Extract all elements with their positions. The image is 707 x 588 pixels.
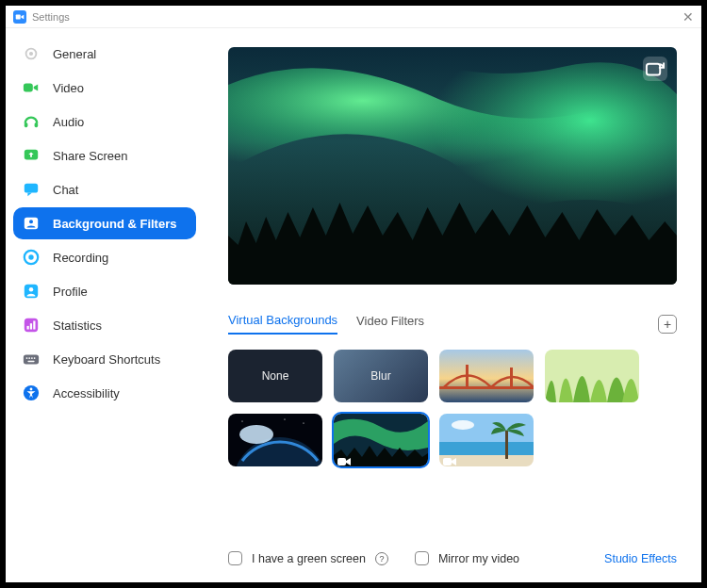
- headphones-icon: [23, 113, 40, 130]
- video-preview: [228, 47, 677, 285]
- svg-point-22: [34, 357, 36, 359]
- sidebar-item-statistics[interactable]: Statistics: [13, 309, 196, 341]
- svg-point-21: [31, 357, 33, 359]
- svg-rect-30: [466, 365, 469, 389]
- svg-point-9: [29, 220, 33, 223]
- svg-rect-17: [33, 321, 35, 330]
- svg-rect-7: [25, 184, 38, 193]
- rotate-camera-button[interactable]: [643, 57, 667, 81]
- video-badge-icon: [443, 453, 456, 463]
- sidebar-item-label: Audio: [53, 115, 84, 129]
- svg-rect-41: [439, 414, 534, 442]
- svg-rect-5: [35, 122, 39, 127]
- video-badge-icon: [337, 453, 351, 463]
- statistics-icon: [23, 317, 40, 334]
- svg-point-36: [303, 422, 304, 423]
- green-screen-label: I have a green screen: [252, 552, 366, 565]
- svg-rect-44: [505, 431, 508, 459]
- svg-rect-15: [27, 326, 29, 330]
- sidebar-item-label: Recording: [53, 251, 108, 265]
- mirror-video-label: Mirror my video: [438, 552, 519, 565]
- background-option-blur[interactable]: Blur: [334, 350, 428, 402]
- svg-point-38: [284, 418, 285, 419]
- svg-rect-40: [337, 458, 346, 466]
- sidebar-item-video[interactable]: Video: [13, 72, 196, 104]
- background-icon: [23, 215, 40, 232]
- sidebar-item-label: Accessibility: [53, 386, 120, 400]
- svg-point-35: [239, 425, 273, 444]
- svg-rect-31: [510, 368, 513, 389]
- thumb-label: Blur: [334, 350, 428, 402]
- sidebar-item-chat[interactable]: Chat: [13, 173, 196, 205]
- sidebar-item-label: Chat: [53, 183, 78, 197]
- background-thumbnails: None Blur: [228, 350, 677, 466]
- gear-icon: [23, 45, 40, 62]
- add-background-button[interactable]: +: [658, 315, 677, 334]
- svg-point-37: [241, 420, 242, 421]
- mirror-video-checkbox[interactable]: [415, 551, 429, 565]
- svg-rect-0: [16, 14, 21, 19]
- accessibility-icon: [23, 384, 40, 401]
- sidebar-item-label: Profile: [53, 285, 88, 299]
- background-option-aurora[interactable]: [334, 414, 428, 466]
- svg-point-20: [28, 357, 30, 359]
- sidebar-item-accessibility[interactable]: Accessibility: [13, 377, 196, 409]
- tab-video-filters[interactable]: Video Filters: [356, 314, 424, 334]
- zoom-app-icon: [13, 10, 26, 24]
- background-option-none[interactable]: None: [228, 350, 322, 402]
- svg-rect-3: [24, 84, 33, 92]
- sidebar-item-label: Keyboard Shortcuts: [53, 352, 160, 367]
- chat-icon: [23, 181, 40, 198]
- close-icon[interactable]: ✕: [682, 10, 694, 24]
- sidebar-item-audio[interactable]: Audio: [13, 106, 196, 138]
- svg-point-19: [26, 357, 28, 359]
- sidebar-item-label: General: [53, 47, 96, 61]
- background-option-earth[interactable]: [228, 414, 322, 466]
- sidebar-item-label: Statistics: [53, 318, 102, 333]
- tabs: Virtual Backgrounds Video Filters +: [228, 313, 677, 335]
- thumb-label: None: [228, 350, 322, 402]
- svg-point-13: [29, 287, 34, 292]
- sidebar-item-keyboard-shortcuts[interactable]: Keyboard Shortcuts: [13, 343, 196, 375]
- sidebar-item-label: Video: [53, 81, 84, 95]
- main-panel: Virtual Backgrounds Video Filters + None…: [204, 28, 701, 582]
- background-option-beach[interactable]: [439, 414, 534, 466]
- help-icon[interactable]: ?: [375, 552, 388, 565]
- svg-rect-23: [27, 361, 34, 362]
- profile-icon: [23, 283, 40, 300]
- svg-rect-18: [24, 355, 39, 365]
- settings-window: Settings ✕ General Video: [6, 6, 701, 582]
- background-option-bridge[interactable]: [439, 350, 534, 402]
- svg-point-2: [29, 52, 33, 56]
- svg-point-25: [30, 388, 33, 391]
- svg-rect-29: [439, 386, 534, 389]
- sidebar-item-share-screen[interactable]: Share Screen: [13, 139, 196, 172]
- background-option-grass[interactable]: [545, 350, 639, 402]
- sidebar-item-profile[interactable]: Profile: [13, 275, 196, 307]
- sidebar-item-label: Background & Filters: [53, 217, 176, 231]
- svg-rect-16: [30, 323, 32, 329]
- svg-rect-28: [439, 350, 534, 402]
- svg-rect-46: [443, 458, 452, 466]
- sidebar-item-recording[interactable]: Recording: [13, 241, 196, 273]
- sidebar: General Video Audio Share Screen: [6, 28, 204, 582]
- sidebar-item-background-filters[interactable]: Background & Filters: [13, 207, 196, 239]
- svg-rect-27: [647, 64, 660, 75]
- svg-point-45: [452, 420, 474, 430]
- sidebar-item-general[interactable]: General: [13, 38, 196, 70]
- footer: I have a green screen ? Mirror my video …: [228, 551, 677, 565]
- window-title: Settings: [32, 11, 70, 23]
- recording-icon: [23, 249, 40, 266]
- titlebar: Settings ✕: [6, 6, 701, 28]
- share-screen-icon: [23, 147, 40, 164]
- studio-effects-link[interactable]: Studio Effects: [604, 552, 677, 565]
- svg-point-11: [28, 254, 33, 259]
- green-screen-checkbox[interactable]: [228, 551, 242, 565]
- video-icon: [23, 79, 40, 96]
- keyboard-icon: [23, 351, 40, 368]
- sidebar-item-label: Share Screen: [53, 149, 128, 163]
- tab-virtual-backgrounds[interactable]: Virtual Backgrounds: [228, 313, 337, 335]
- svg-rect-4: [25, 122, 28, 127]
